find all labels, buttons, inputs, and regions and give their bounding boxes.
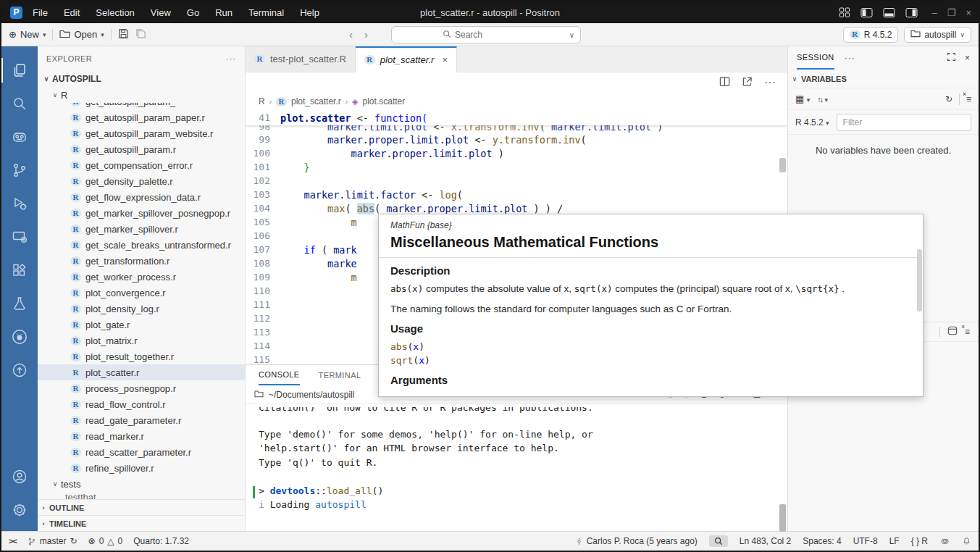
file-item[interactable]: Rget_flow_expression_data.r bbox=[38, 189, 245, 205]
explorer-more-icon[interactable]: ··· bbox=[226, 54, 236, 63]
remote-indicator[interactable]: >< bbox=[9, 537, 17, 545]
file-item[interactable]: Rget_marker_spillover.r bbox=[38, 221, 245, 237]
file-item[interactable]: Rplot_scatter.r bbox=[38, 364, 245, 380]
code-line[interactable]: 99 marker.proper.limit.plot <- y.transfo… bbox=[246, 133, 787, 146]
file-item[interactable]: Rplot_convergence.r bbox=[38, 285, 245, 301]
workspace-picker[interactable]: autospill∨ bbox=[904, 27, 971, 43]
menu-run[interactable]: Run bbox=[215, 7, 233, 18]
navigate-back-icon[interactable]: ‹ bbox=[349, 28, 353, 41]
activity-github-icon[interactable] bbox=[1, 320, 38, 354]
session-runtime-picker[interactable]: R 4.5.2 ▾ bbox=[795, 117, 829, 127]
breadcrumb[interactable]: R› R plot_scatter.r› ◈ plot.scatter bbox=[246, 93, 787, 110]
file-item-clipped[interactable]: Rget_autospill_param_ bbox=[38, 103, 245, 109]
activity-remote-explorer-icon[interactable] bbox=[1, 220, 38, 254]
refresh-icon[interactable]: ↻ bbox=[945, 94, 952, 104]
interpreter-picker[interactable]: R R 4.5.2 bbox=[843, 27, 899, 43]
code-line[interactable]: 101 } bbox=[246, 160, 787, 174]
code-line[interactable]: 102 bbox=[246, 174, 787, 188]
menu-help[interactable]: Help bbox=[300, 7, 319, 18]
file-item[interactable]: Rget_marker_spillover_posnegpop.r bbox=[38, 205, 245, 221]
file-item[interactable]: Rget_autospill_param.r bbox=[38, 141, 245, 157]
zoom-indicator[interactable] bbox=[709, 535, 728, 547]
activity-run-debug-icon[interactable] bbox=[1, 187, 38, 220]
toggle-sidebar-right-icon[interactable] bbox=[905, 7, 918, 18]
file-item[interactable]: Rplot_density_log.r bbox=[38, 301, 245, 317]
git-branch-item[interactable]: master ↻ bbox=[28, 536, 78, 546]
tree-folder-tests[interactable]: ∨ tests bbox=[38, 476, 245, 492]
file-item[interactable]: Rread_marker.r bbox=[38, 428, 245, 444]
restore-button[interactable]: ❐ bbox=[947, 7, 956, 18]
expand-icon[interactable] bbox=[947, 52, 956, 64]
minimize-button[interactable]: – bbox=[932, 7, 937, 18]
notifications-bell-icon[interactable] bbox=[962, 536, 971, 546]
tab-session[interactable]: SESSION bbox=[797, 46, 834, 70]
file-item[interactable]: Rget_autospill_param_paper.r bbox=[38, 109, 245, 125]
encoding[interactable]: UTF-8 bbox=[853, 536, 878, 546]
settings-gear-icon[interactable] bbox=[1, 493, 38, 527]
open-button[interactable]: Open▾ bbox=[59, 29, 104, 41]
new-button[interactable]: ⊕ New▾ bbox=[9, 29, 46, 40]
activity-source-control-icon[interactable] bbox=[1, 154, 38, 187]
code-line[interactable]: 100 marker.proper.limit.plot ) bbox=[246, 146, 787, 160]
delete-objects-icon[interactable]: ≡ bbox=[966, 94, 971, 104]
code-line[interactable]: 98 marker.limit.plot <- x.transform.inv(… bbox=[246, 125, 787, 133]
tooltip-scrollbar[interactable] bbox=[917, 249, 922, 311]
git-blame-item[interactable]: Carlos P. Roca (5 years ago) bbox=[575, 536, 698, 546]
activity-assistant-icon[interactable] bbox=[1, 120, 38, 154]
variables-section-header[interactable]: ∨ VARIABLES bbox=[788, 70, 979, 88]
file-item[interactable]: Rread_flow_control.r bbox=[38, 396, 245, 412]
close-button[interactable]: × bbox=[966, 7, 971, 18]
activity-publish-icon[interactable] bbox=[1, 354, 38, 387]
clear-list-icon[interactable]: ≡ bbox=[965, 327, 970, 337]
file-item[interactable]: Rget_compensation_error.r bbox=[38, 157, 245, 173]
split-editor-icon[interactable] bbox=[719, 76, 730, 90]
menu-view[interactable]: View bbox=[151, 7, 171, 18]
sort-icon[interactable]: ↑↓ ▾ bbox=[817, 94, 828, 104]
console-output[interactable]: citation()' on how to cite R or R packag… bbox=[246, 404, 787, 531]
file-item[interactable]: Rget_autospill_param_website.r bbox=[38, 125, 245, 141]
save-icon[interactable] bbox=[118, 28, 129, 41]
close-panel-icon[interactable]: × bbox=[965, 53, 970, 63]
tab-console[interactable]: CONSOLE bbox=[259, 365, 300, 385]
indentation[interactable]: Spaces: 4 bbox=[803, 536, 841, 546]
tab-terminal[interactable]: TERMINAL bbox=[319, 365, 361, 385]
problems-item[interactable]: ⊗0 △0 bbox=[88, 536, 123, 546]
open-in-new-window-icon[interactable] bbox=[742, 76, 753, 90]
editor-more-icon[interactable]: ··· bbox=[764, 76, 776, 89]
menu-edit[interactable]: Edit bbox=[64, 7, 80, 18]
file-item[interactable]: Rread_scatter_parameter.r bbox=[38, 444, 245, 460]
editor-scrollbar[interactable] bbox=[779, 158, 786, 172]
tab-plot-scatter[interactable]: R plot_scatter.r × bbox=[356, 46, 457, 72]
activity-extensions-icon[interactable] bbox=[1, 254, 38, 287]
console-working-directory[interactable]: ~/Documents/autospill bbox=[269, 390, 354, 400]
file-item[interactable]: Rplot_matrix.r bbox=[38, 333, 245, 348]
console-prompt-line[interactable]: > devtools::load_all() bbox=[253, 485, 787, 500]
file-item[interactable]: Rget_worker_process.r bbox=[38, 269, 245, 285]
file-item[interactable]: Rprocess_posnegpop.r bbox=[38, 380, 245, 396]
file-item[interactable]: Rrefine_spillover.r bbox=[38, 460, 245, 476]
quarto-version[interactable]: Quarto: 1.7.32 bbox=[133, 536, 189, 546]
save-all-icon[interactable] bbox=[135, 28, 146, 41]
menu-file[interactable]: File bbox=[33, 7, 48, 18]
toggle-panel-bottom-icon[interactable] bbox=[883, 7, 895, 18]
menu-selection[interactable]: Selection bbox=[96, 7, 134, 18]
eol-sequence[interactable]: LF bbox=[889, 536, 900, 546]
file-item[interactable]: Rget_transformation.r bbox=[38, 253, 245, 269]
group-by-icon[interactable]: ▦ ▾ bbox=[795, 93, 810, 104]
activity-explorer-icon[interactable] bbox=[1, 54, 38, 87]
file-item[interactable]: Rget_scale_breaks_untransformed.r bbox=[38, 237, 245, 253]
window-icon[interactable] bbox=[947, 326, 958, 338]
navigate-forward-icon[interactable]: › bbox=[364, 28, 368, 41]
sticky-scroll-line[interactable]: 41plot.scatter <- function( bbox=[246, 110, 787, 125]
tree-root-autospill[interactable]: ∨ AUTOSPILL bbox=[38, 71, 245, 87]
console-scrollbar[interactable] bbox=[779, 504, 786, 532]
close-tab-icon[interactable]: × bbox=[442, 54, 448, 65]
file-item-clipped[interactable]: testthat bbox=[38, 492, 245, 499]
session-more-icon[interactable]: ··· bbox=[845, 53, 855, 63]
variables-filter-input[interactable] bbox=[837, 114, 971, 131]
menu-go[interactable]: Go bbox=[187, 7, 199, 18]
file-item[interactable]: Rread_gate_parameter.r bbox=[38, 412, 245, 428]
assistant-icon[interactable] bbox=[939, 536, 950, 546]
file-item[interactable]: Rget_density_palette.r bbox=[38, 173, 245, 189]
tree-folder-R[interactable]: ∨ R bbox=[38, 87, 245, 103]
